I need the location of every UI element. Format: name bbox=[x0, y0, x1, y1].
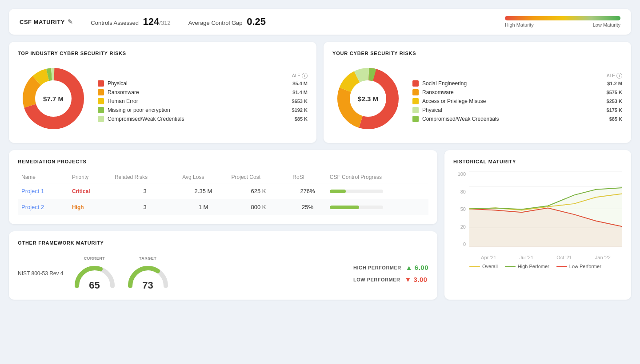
rosi-cell: 276% bbox=[289, 183, 326, 199]
csf-progress-cell bbox=[326, 183, 428, 199]
your-risks-card: YOUR CYBER SECURITY RISKS $2.3 M ALE i bbox=[324, 42, 631, 143]
table-row: Project 1 Critical 3 2.35 M 625 K 276% bbox=[18, 183, 428, 199]
svg-marker-18 bbox=[469, 188, 622, 247]
low-performer-row: LOW PERFORMER ▼ 3.00 bbox=[353, 276, 428, 283]
industry-ale-label: ALE i bbox=[98, 73, 308, 79]
left-bottom: REMEDIATION PROJECTS Name Priority Relat… bbox=[9, 150, 437, 300]
csf-progress-cell bbox=[326, 199, 428, 215]
chart-legend: Overall High Perfomer Low Performer bbox=[453, 264, 622, 269]
performer-section: HIGH PERFORMER ▲ 6.00 LOW PERFORMER ▼ 3.… bbox=[353, 264, 428, 283]
priority-cell: Critical bbox=[68, 183, 111, 199]
avg-loss-cell: 2.35 M bbox=[179, 183, 228, 199]
legend-color bbox=[98, 80, 104, 87]
legend-color bbox=[98, 107, 104, 113]
your-donut-svg bbox=[332, 63, 404, 134]
col-project-cost: Project Cost bbox=[228, 171, 289, 183]
legend-item: Ransomware $575 K bbox=[412, 89, 622, 95]
legend-item: Social Engineering $1.2 M bbox=[412, 80, 622, 87]
y-axis: 100 80 50 20 0 bbox=[453, 171, 466, 247]
chart-area: 100 80 50 20 0 bbox=[453, 171, 622, 260]
current-gauge: CURRENT 65 bbox=[72, 256, 117, 291]
legend-item: Compromised/Weak Credentials $85 K bbox=[98, 116, 308, 122]
historical-card: HISTORICAL MATURITY 100 80 50 20 0 bbox=[444, 150, 631, 300]
col-related-risks: Related Risks bbox=[111, 171, 179, 183]
legend-item: Missing or poor encryption $192 K bbox=[98, 107, 308, 113]
legend-color bbox=[98, 98, 104, 104]
legend-item: Ransomware $1.4 M bbox=[98, 89, 308, 95]
framework-title: OTHER FRAMEWORK MATURITY bbox=[18, 240, 428, 245]
col-csf-progress: CSF Control Progress bbox=[326, 171, 428, 183]
remediation-card: REMEDIATION PROJECTS Name Priority Relat… bbox=[9, 150, 437, 224]
top-risk-grid: TOP INDUSTRY CYBER SECURITY RISKS $7.7 M bbox=[9, 42, 631, 143]
project-name[interactable]: Project 1 bbox=[18, 183, 68, 199]
project-name[interactable]: Project 2 bbox=[18, 199, 68, 215]
high-performer-row: HIGH PERFORMER ▲ 6.00 bbox=[353, 264, 428, 271]
industry-donut: $7.7 M bbox=[18, 63, 89, 134]
col-priority: Priority bbox=[68, 171, 111, 183]
legend-item: Compromised/Weak Credentials $85 K bbox=[412, 116, 622, 122]
progress-fill bbox=[330, 190, 346, 193]
related-risks-cell: 3 bbox=[111, 199, 179, 215]
your-legend: ALE i Social Engineering $1.2 M Ransomwa… bbox=[412, 73, 622, 125]
target-value: 73 bbox=[142, 280, 153, 291]
legend-item: Human Error $653 K bbox=[98, 98, 308, 104]
bottom-grid: REMEDIATION PROJECTS Name Priority Relat… bbox=[9, 150, 631, 300]
progress-fill bbox=[330, 206, 359, 209]
legend-color bbox=[98, 89, 104, 95]
priority-cell: High bbox=[68, 199, 111, 215]
col-name: Name bbox=[18, 171, 68, 183]
related-risks-cell: 3 bbox=[111, 183, 179, 199]
historical-title: HISTORICAL MATURITY bbox=[453, 159, 622, 164]
framework-card: OTHER FRAMEWORK MATURITY NIST 800-53 Rev… bbox=[9, 231, 437, 300]
csf-maturity-title: CSF MATURITY ✎ bbox=[20, 18, 73, 25]
legend-color bbox=[98, 116, 104, 122]
project-cost-cell: 625 K bbox=[228, 183, 289, 199]
average-control-gap-stat: Average Control Gap 0.25 bbox=[188, 16, 266, 28]
project-cost-cell: 800 K bbox=[228, 199, 289, 215]
top-industry-content: $7.7 M ALE i Physical $5.4 M Ransomware … bbox=[18, 63, 308, 134]
your-risks-content: $2.3 M ALE i Social Engineering $1.2 M R… bbox=[332, 63, 622, 134]
industry-donut-svg bbox=[18, 63, 89, 134]
chart-inner bbox=[469, 171, 622, 247]
top-industry-title: TOP INDUSTRY CYBER SECURITY RISKS bbox=[18, 51, 308, 56]
framework-content: NIST 800-53 Rev 4 CURRENT 65 TARGET bbox=[18, 253, 428, 291]
industry-legend: ALE i Physical $5.4 M Ransomware $1.4 M … bbox=[98, 73, 308, 125]
chart-svg bbox=[469, 171, 622, 247]
target-label: TARGET bbox=[139, 256, 156, 261]
your-ale-label: ALE i bbox=[412, 73, 622, 79]
your-donut: $2.3 M bbox=[332, 63, 404, 134]
gradient-labels: High Maturity Low Maturity bbox=[505, 22, 620, 28]
svg-point-11 bbox=[352, 83, 384, 115]
header-card: CSF MATURITY ✎ Controls Assessed 124/312… bbox=[9, 9, 631, 35]
table-row: Project 2 High 3 1 M 800 K 25% bbox=[18, 199, 428, 215]
legend-item: Physical $5.4 M bbox=[98, 80, 308, 87]
remediation-title: REMEDIATION PROJECTS bbox=[18, 159, 428, 164]
framework-name: NIST 800-53 Rev 4 bbox=[18, 270, 64, 277]
legend-item: Access or Privilege Misuse $253 K bbox=[412, 98, 622, 104]
col-avg-loss: Avg Loss bbox=[179, 171, 228, 183]
legend-low-performer: Low Performer bbox=[556, 264, 601, 269]
legend-high-performer: High Perfomer bbox=[505, 264, 549, 269]
avg-loss-cell: 1 M bbox=[179, 199, 228, 215]
current-value: 65 bbox=[89, 280, 100, 291]
current-label: CURRENT bbox=[84, 256, 105, 261]
edit-icon[interactable]: ✎ bbox=[68, 18, 73, 25]
controls-assessed-stat: Controls Assessed 124/312 bbox=[91, 16, 170, 28]
legend-item: Physical $175 K bbox=[412, 107, 622, 113]
target-gauge: TARGET 73 bbox=[126, 256, 170, 291]
rosi-cell: 25% bbox=[289, 199, 326, 215]
remediation-table: Name Priority Related Risks Avg Loss Pro… bbox=[18, 171, 428, 215]
x-axis: Apr '21 Jul '21 Oct '21 Jan '22 bbox=[469, 255, 622, 260]
gradient-bar bbox=[505, 16, 620, 20]
top-industry-card: TOP INDUSTRY CYBER SECURITY RISKS $7.7 M bbox=[9, 42, 316, 143]
legend-overall: Overall bbox=[469, 264, 498, 269]
your-risks-title: YOUR CYBER SECURITY RISKS bbox=[332, 51, 622, 56]
col-rosi: RoSI bbox=[289, 171, 326, 183]
maturity-gradient: High Maturity Low Maturity bbox=[505, 16, 620, 28]
svg-point-5 bbox=[37, 83, 69, 115]
